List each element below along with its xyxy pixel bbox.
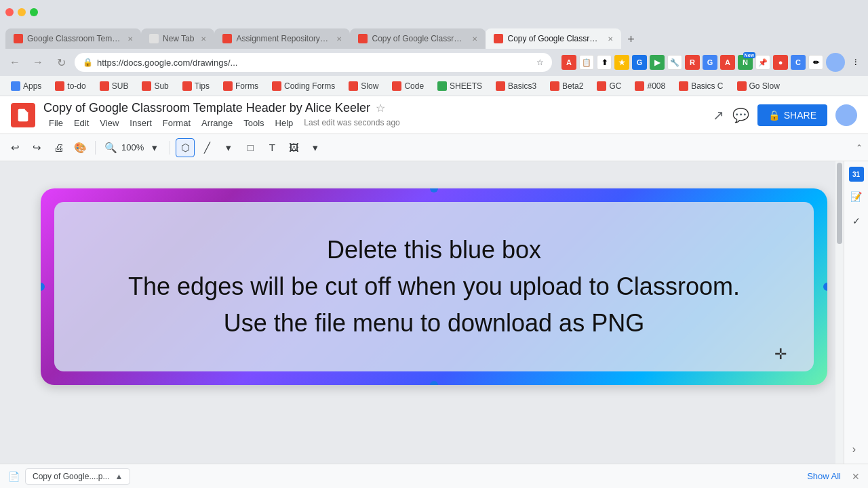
download-chevron-icon[interactable]: ▲ [115, 472, 123, 481]
ext-icon-12[interactable]: ● [773, 55, 788, 70]
paint-format-button[interactable]: 🎨 [71, 138, 90, 157]
menu-edit[interactable]: Edit [68, 117, 94, 129]
move-cursor[interactable]: ✛ [774, 346, 787, 363]
menu-format[interactable]: Format [157, 117, 196, 129]
tab-close-icon[interactable]: ✕ [201, 35, 206, 43]
tab-new-tab[interactable]: New Tab ✕ [141, 28, 214, 49]
bookmark-008[interactable]: #008 [629, 80, 671, 92]
bookmark-sub1[interactable]: SUB [94, 80, 134, 92]
tab-close-icon[interactable]: ✕ [127, 35, 133, 43]
tab-copy-google-classroom-2[interactable]: Copy of Google Classroom ✕ [486, 28, 621, 49]
canvas-area[interactable]: Delete this blue box The edges will be c… [0, 161, 868, 488]
show-all-button[interactable]: Show All [807, 471, 841, 481]
user-avatar[interactable] [835, 104, 857, 126]
share-button[interactable]: 🔒 SHARE [757, 104, 827, 126]
comment-icon[interactable]: 💬 [732, 107, 749, 123]
shape-tool[interactable]: □ [241, 138, 260, 157]
star-icon[interactable]: ☆ [376, 102, 385, 115]
selection-handle-tc[interactable] [430, 188, 438, 192]
selection-handle-tr[interactable] [823, 188, 827, 192]
bookmark-apps[interactable]: Apps [5, 80, 47, 92]
trending-icon[interactable]: ↗ [713, 107, 724, 123]
bookmark-todo[interactable]: to-do [50, 80, 91, 92]
close-traffic-light[interactable] [5, 8, 14, 16]
image-dropdown[interactable]: ▾ [306, 138, 325, 157]
selection-handle-br[interactable] [823, 381, 827, 385]
zoom-dropdown[interactable]: ▾ [145, 138, 164, 157]
bookmark-go-slow[interactable]: Go Slow [732, 80, 785, 92]
bookmark-slow[interactable]: Slow [343, 80, 384, 92]
ext-icon-4[interactable]: ★ [614, 55, 629, 70]
zoom-button[interactable]: 🔍 [101, 138, 120, 157]
calendar-icon[interactable]: 31 [849, 167, 864, 182]
tab-close-icon[interactable]: ✕ [472, 35, 477, 43]
user-avatar-icon[interactable] [826, 53, 845, 72]
bookmark-sheets[interactable]: SHEETS [432, 80, 488, 92]
ext-icon-7[interactable]: 🔧 [667, 55, 682, 70]
ext-icon-8[interactable]: R [685, 55, 700, 70]
selection-handle-bl[interactable] [41, 381, 45, 385]
close-download-bar-button[interactable]: ✕ [852, 471, 860, 482]
star-icon[interactable]: ☆ [536, 58, 544, 67]
selection-handle-mr[interactable] [823, 283, 827, 291]
line-tool[interactable]: ╱ [197, 138, 216, 157]
blue-box[interactable]: Delete this blue box The edges will be c… [54, 202, 814, 371]
bookmark-coding-forms[interactable]: Coding Forms [267, 80, 340, 92]
new-tab-button[interactable]: + [621, 30, 640, 49]
bookmark-basics3[interactable]: Basics3 [490, 80, 542, 92]
notes-icon[interactable]: 📝 [847, 187, 866, 206]
tab-close-icon[interactable]: ✕ [336, 35, 342, 43]
tab-assignment-repository[interactable]: Assignment Repository 2011 ✕ [214, 28, 350, 49]
selection-handle-bc[interactable] [430, 381, 438, 385]
reload-button[interactable]: ↻ [52, 53, 71, 72]
address-bar[interactable]: 🔒 https://docs.google.com/drawings/... ☆ [75, 53, 552, 72]
right-arrow-icon[interactable]: › [852, 443, 856, 455]
ext-icon-10[interactable]: A [720, 55, 735, 70]
minimize-traffic-light[interactable] [18, 8, 26, 16]
undo-button[interactable]: ↩ [5, 138, 24, 157]
menu-file[interactable]: File [43, 117, 68, 129]
bookmark-basics-c[interactable]: Basics C [673, 80, 728, 92]
tab-close-icon[interactable]: ✕ [608, 35, 613, 43]
bookmark-sub2[interactable]: Sub [136, 80, 174, 92]
ext-icon-9[interactable]: G [703, 55, 717, 70]
menu-tools[interactable]: Tools [238, 117, 269, 129]
select-tool[interactable]: ⬡ [176, 138, 195, 157]
line-dropdown[interactable]: ▾ [219, 138, 238, 157]
fullscreen-traffic-light[interactable] [30, 8, 38, 16]
image-tool[interactable]: 🖼 [284, 138, 303, 157]
ext-icon-5[interactable]: G [632, 55, 647, 70]
ext-icon-14[interactable]: ✏ [808, 55, 823, 70]
ext-icon-13[interactable]: C [791, 55, 806, 70]
selection-handle-tl[interactable] [41, 188, 45, 192]
selection-handle-ml[interactable] [41, 283, 45, 291]
menu-view[interactable]: View [94, 117, 124, 129]
forward-button[interactable]: → [28, 53, 47, 72]
tasks-icon[interactable]: ✓ [847, 211, 866, 230]
bookmark-tips[interactable]: Tips [177, 80, 215, 92]
menu-help[interactable]: Help [270, 117, 299, 129]
tab-copy-google-classroom-1[interactable]: Copy of Google Classroom ✕ [350, 28, 486, 49]
ext-icon-6[interactable]: ▶ [650, 55, 665, 70]
download-item[interactable]: Copy of Google....p... ▲ [25, 468, 130, 485]
ext-icon-new[interactable]: NNew [738, 55, 753, 70]
menu-insert[interactable]: Insert [124, 117, 157, 129]
print-button[interactable]: 🖨 [49, 138, 68, 157]
tab-google-classroom-template[interactable]: Google Classroom Templa... ✕ [5, 28, 141, 49]
more-options-icon[interactable]: ⋮ [848, 55, 863, 70]
back-button[interactable]: ← [5, 53, 24, 72]
redo-button[interactable]: ↪ [27, 138, 46, 157]
ext-icon-2[interactable]: 📋 [579, 55, 594, 70]
toolbar-collapse-button[interactable]: ⌃ [856, 143, 863, 152]
menu-arrange[interactable]: Arrange [196, 117, 238, 129]
ext-icon-3[interactable]: ⬆ [597, 55, 612, 70]
text-tool[interactable]: T [262, 138, 281, 157]
ext-icon-1[interactable]: A [561, 55, 576, 70]
gradient-banner[interactable]: Delete this blue box The edges will be c… [41, 188, 827, 385]
bookmark-gc[interactable]: GC [591, 80, 627, 92]
vertical-scrollbar[interactable] [835, 161, 844, 488]
bookmark-forms[interactable]: Forms [218, 80, 264, 92]
ext-icon-11[interactable]: 📌 [755, 55, 770, 70]
bookmark-code[interactable]: Code [387, 80, 429, 92]
bookmark-beta2[interactable]: Beta2 [545, 80, 589, 92]
